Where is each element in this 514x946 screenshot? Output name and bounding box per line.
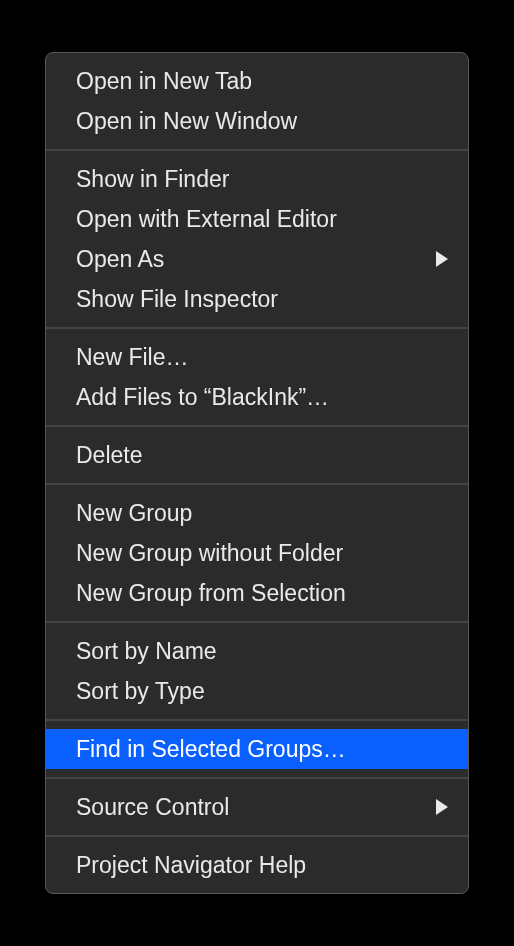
menu-item-label: New File… [76,341,188,373]
menu-item-label: Find in Selected Groups… [76,733,346,765]
menu-item-label: Open in New Tab [76,65,252,97]
menu-item-sort-by-name[interactable]: Sort by Name [46,631,468,671]
menu-item-new-group-without-folder[interactable]: New Group without Folder [46,533,468,573]
menu-separator [46,777,468,779]
menu-group: Find in Selected Groups… [46,727,468,771]
menu-separator [46,621,468,623]
menu-item-label: Sort by Name [76,635,217,667]
menu-item-open-in-new-window[interactable]: Open in New Window [46,101,468,141]
menu-separator [46,483,468,485]
menu-item-label: Source Control [76,791,229,823]
menu-item-label: New Group without Folder [76,537,343,569]
menu-group: Sort by Name Sort by Type [46,629,468,713]
menu-separator [46,425,468,427]
submenu-arrow-icon [436,251,448,267]
menu-separator [46,835,468,837]
menu-item-label: New Group from Selection [76,577,346,609]
menu-item-show-file-inspector[interactable]: Show File Inspector [46,279,468,319]
menu-item-delete[interactable]: Delete [46,435,468,475]
menu-item-open-in-new-tab[interactable]: Open in New Tab [46,61,468,101]
menu-item-new-group-from-selection[interactable]: New Group from Selection [46,573,468,613]
menu-item-label: Sort by Type [76,675,205,707]
submenu-arrow-icon [436,799,448,815]
menu-separator [46,327,468,329]
menu-item-new-file[interactable]: New File… [46,337,468,377]
menu-item-label: Open in New Window [76,105,297,137]
menu-item-new-group[interactable]: New Group [46,493,468,533]
menu-item-source-control[interactable]: Source Control [46,787,468,827]
menu-item-label: Open As [76,243,164,275]
menu-item-label: Add Files to “BlackInk”… [76,381,329,413]
menu-item-show-in-finder[interactable]: Show in Finder [46,159,468,199]
menu-item-find-in-selected-groups[interactable]: Find in Selected Groups… [46,729,468,769]
menu-group: New Group New Group without Folder New G… [46,491,468,615]
menu-separator [46,149,468,151]
menu-item-open-with-external-editor[interactable]: Open with External Editor [46,199,468,239]
menu-item-label: Show File Inspector [76,283,278,315]
menu-item-label: Delete [76,439,142,471]
menu-item-project-navigator-help[interactable]: Project Navigator Help [46,845,468,885]
menu-separator [46,719,468,721]
menu-group: Show in Finder Open with External Editor… [46,157,468,321]
context-menu: Open in New Tab Open in New Window Show … [45,52,469,894]
menu-group: New File… Add Files to “BlackInk”… [46,335,468,419]
menu-item-label: Open with External Editor [76,203,337,235]
menu-item-open-as[interactable]: Open As [46,239,468,279]
menu-group: Source Control [46,785,468,829]
menu-item-label: Project Navigator Help [76,849,306,881]
menu-item-add-files-to[interactable]: Add Files to “BlackInk”… [46,377,468,417]
menu-group: Delete [46,433,468,477]
menu-item-label: Show in Finder [76,163,229,195]
menu-item-label: New Group [76,497,192,529]
menu-item-sort-by-type[interactable]: Sort by Type [46,671,468,711]
menu-group: Project Navigator Help [46,843,468,887]
menu-group: Open in New Tab Open in New Window [46,59,468,143]
